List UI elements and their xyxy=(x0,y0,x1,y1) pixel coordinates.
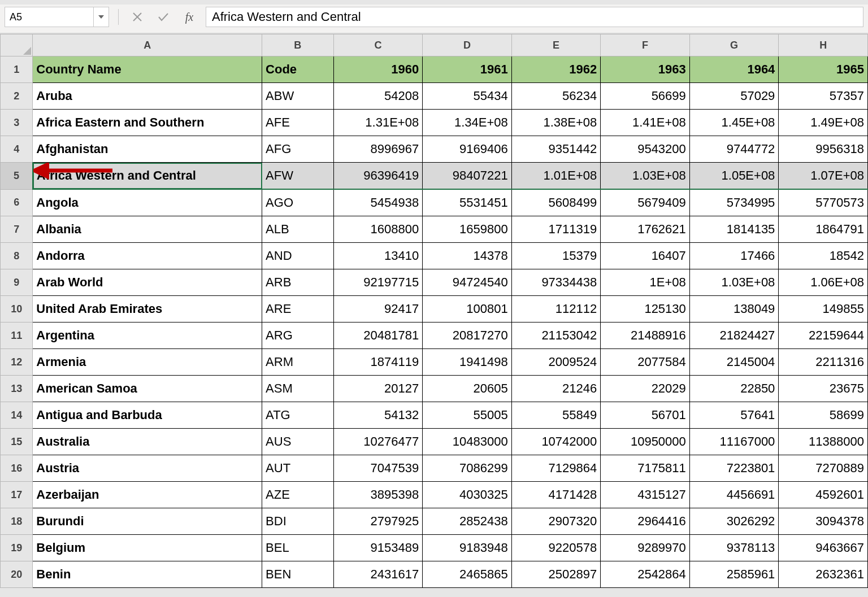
cell[interactable]: 92417 xyxy=(333,296,423,323)
cell[interactable]: United Arab Emirates xyxy=(33,296,262,323)
cell[interactable]: 57641 xyxy=(689,402,779,429)
column-header-H[interactable]: H xyxy=(779,34,868,56)
cell[interactable]: 149855 xyxy=(779,296,868,323)
row-header[interactable]: 20 xyxy=(1,561,33,588)
cell[interactable]: Argentina xyxy=(33,323,262,349)
cell[interactable]: 1.01E+08 xyxy=(511,163,601,190)
cell[interactable]: 2009524 xyxy=(511,349,601,376)
cell[interactable]: AFG xyxy=(262,136,334,163)
cell[interactable]: 57029 xyxy=(689,83,779,110)
cell[interactable]: 9289970 xyxy=(601,535,690,561)
cell[interactable]: 21153042 xyxy=(511,323,601,349)
cell[interactable]: Code xyxy=(262,56,334,83)
column-header-E[interactable]: E xyxy=(511,34,601,56)
row-header[interactable]: 2 xyxy=(1,83,33,110)
cell[interactable]: 1874119 xyxy=(333,349,423,376)
cell[interactable]: 1.06E+08 xyxy=(779,269,868,296)
cell[interactable]: 2431617 xyxy=(333,561,423,588)
cell[interactable]: Australia xyxy=(33,429,262,455)
cell[interactable]: ARE xyxy=(262,296,334,323)
cell[interactable]: 1961 xyxy=(423,56,512,83)
cell[interactable]: Benin xyxy=(33,561,262,588)
cell[interactable]: Burundi xyxy=(33,508,262,535)
accept-formula-button[interactable] xyxy=(154,7,173,27)
cell[interactable]: 7047539 xyxy=(333,455,423,482)
cell[interactable]: 97334438 xyxy=(511,269,601,296)
cell[interactable]: 5608499 xyxy=(511,189,601,216)
cell[interactable]: Austria xyxy=(33,455,262,482)
cell[interactable]: 1964 xyxy=(689,56,779,83)
cell[interactable]: 10950000 xyxy=(601,429,690,455)
cell[interactable]: 16407 xyxy=(601,243,690,269)
cell[interactable]: 3094378 xyxy=(779,508,868,535)
name-box[interactable] xyxy=(5,7,109,27)
cell[interactable]: 22029 xyxy=(601,376,690,402)
cell[interactable]: 1.49E+08 xyxy=(779,110,868,136)
cell[interactable]: 138049 xyxy=(689,296,779,323)
cell[interactable]: 57357 xyxy=(779,83,868,110)
cell[interactable]: 7223801 xyxy=(689,455,779,482)
cell[interactable]: 1.31E+08 xyxy=(333,110,423,136)
cell[interactable]: Africa Western and Central xyxy=(33,163,262,190)
cell[interactable]: 21246 xyxy=(511,376,601,402)
row-header[interactable]: 1 xyxy=(1,56,33,83)
cell[interactable]: 1762621 xyxy=(601,216,690,243)
cell[interactable]: 7175811 xyxy=(601,455,690,482)
cell[interactable]: 1.05E+08 xyxy=(689,163,779,190)
row-header[interactable]: 14 xyxy=(1,402,33,429)
cell[interactable]: 100801 xyxy=(423,296,512,323)
row-header[interactable]: 5 xyxy=(1,163,33,190)
cell[interactable]: 2585961 xyxy=(689,561,779,588)
cell[interactable]: 21488916 xyxy=(601,323,690,349)
cell[interactable]: 92197715 xyxy=(333,269,423,296)
cell[interactable]: 13410 xyxy=(333,243,423,269)
select-all-corner[interactable] xyxy=(1,34,33,56)
cell[interactable]: 1960 xyxy=(333,56,423,83)
cell[interactable]: BEN xyxy=(262,561,334,588)
cell[interactable]: 2852438 xyxy=(423,508,512,535)
row-header[interactable]: 17 xyxy=(1,482,33,508)
cell[interactable]: 1963 xyxy=(601,56,690,83)
cell[interactable]: 2542864 xyxy=(601,561,690,588)
cell[interactable]: 4030325 xyxy=(423,482,512,508)
cell[interactable]: 55005 xyxy=(423,402,512,429)
cell[interactable]: 3026292 xyxy=(689,508,779,535)
cell[interactable]: 96396419 xyxy=(333,163,423,190)
cell[interactable]: Afghanistan xyxy=(33,136,262,163)
cell[interactable]: AUT xyxy=(262,455,334,482)
cell[interactable]: 18542 xyxy=(779,243,868,269)
cell[interactable]: Belgium xyxy=(33,535,262,561)
row-header[interactable]: 18 xyxy=(1,508,33,535)
cell[interactable]: 1.38E+08 xyxy=(511,110,601,136)
cell[interactable]: Country Name xyxy=(33,56,262,83)
cell[interactable]: 56699 xyxy=(601,83,690,110)
cell[interactable]: 56701 xyxy=(601,402,690,429)
cell[interactable]: 2797925 xyxy=(333,508,423,535)
cell[interactable]: 1E+08 xyxy=(601,269,690,296)
cell[interactable]: 7086299 xyxy=(423,455,512,482)
cell[interactable]: 5531451 xyxy=(423,189,512,216)
cell[interactable]: 2632361 xyxy=(779,561,868,588)
cell[interactable]: AGO xyxy=(262,189,334,216)
cell[interactable]: 1.03E+08 xyxy=(601,163,690,190)
cell[interactable]: AFE xyxy=(262,110,334,136)
cell[interactable]: BEL xyxy=(262,535,334,561)
cell[interactable]: 4171428 xyxy=(511,482,601,508)
cell[interactable]: 11388000 xyxy=(779,429,868,455)
column-header-C[interactable]: C xyxy=(333,34,423,56)
cell[interactable]: AFW xyxy=(262,163,334,190)
spreadsheet-grid[interactable]: A B C D E F G H 1Country NameCode1960196… xyxy=(0,34,868,588)
cell[interactable]: 2145004 xyxy=(689,349,779,376)
cell[interactable]: 4592601 xyxy=(779,482,868,508)
row-header[interactable]: 7 xyxy=(1,216,33,243)
cell[interactable]: AND xyxy=(262,243,334,269)
row-header[interactable]: 15 xyxy=(1,429,33,455)
cell[interactable]: Armenia xyxy=(33,349,262,376)
cell[interactable]: 2465865 xyxy=(423,561,512,588)
cell[interactable]: 1659800 xyxy=(423,216,512,243)
cell[interactable]: Albania xyxy=(33,216,262,243)
cell[interactable]: 1.41E+08 xyxy=(601,110,690,136)
cell[interactable]: 9463667 xyxy=(779,535,868,561)
formula-input[interactable]: Africa Western and Central xyxy=(206,7,863,27)
cell[interactable]: ABW xyxy=(262,83,334,110)
